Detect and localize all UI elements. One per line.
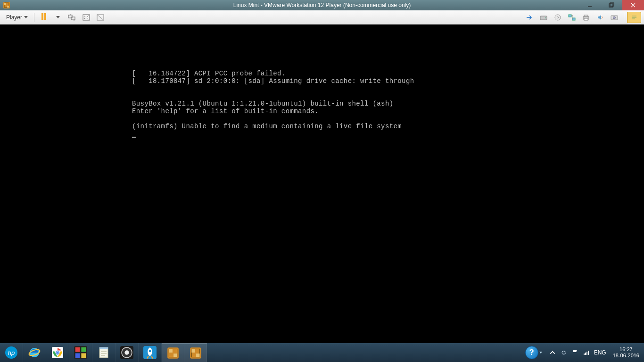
tray-clock[interactable]: 16:27 18-06-2016	[610, 346, 642, 359]
connect-arrow-icon[interactable]	[523, 12, 536, 23]
svg-text:hp: hp	[8, 349, 15, 356]
window-title: Linux Mint - VMware Workstation 12 Playe…	[0, 2, 644, 8]
help-icon: ?	[525, 346, 538, 359]
console-line: BusyBox v1.21.1 (Ubuntu 1:1.21.0-1ubuntu…	[132, 100, 394, 107]
svg-point-24	[613, 16, 616, 19]
vmware-app-icon	[2, 0, 11, 10]
svg-rect-5	[609, 4, 613, 7]
svg-rect-22	[584, 18, 588, 20]
svg-point-48	[149, 350, 151, 353]
svg-rect-37	[75, 347, 80, 352]
svg-rect-55	[191, 349, 195, 353]
svg-point-36	[56, 351, 58, 354]
svg-rect-38	[81, 347, 86, 352]
power-menu-dropdown[interactable]	[51, 12, 65, 23]
svg-rect-3	[7, 6, 9, 8]
sound-icon[interactable]	[594, 12, 607, 23]
svg-rect-58	[585, 353, 586, 355]
svg-rect-39	[75, 353, 80, 358]
send-ctrl-alt-del-button[interactable]	[66, 12, 79, 23]
svg-rect-59	[586, 352, 587, 355]
tray-flag-icon[interactable]	[571, 349, 579, 356]
svg-rect-60	[588, 351, 589, 355]
help-button[interactable]: ?	[525, 346, 542, 359]
unity-button[interactable]	[94, 12, 107, 23]
taskbar-vmware-icon[interactable]	[162, 343, 184, 362]
window-controls	[579, 0, 644, 10]
svg-rect-10	[71, 17, 75, 20]
system-tray: ? ENG 16:27 18-06-2016	[525, 343, 644, 362]
tray-sync-icon[interactable]	[560, 349, 568, 356]
windows-taskbar: hp ?	[0, 343, 644, 362]
svg-rect-40	[81, 353, 86, 358]
titlebar: Linux Mint - VMware Workstation 12 Playe…	[0, 0, 644, 10]
hard-disk-icon[interactable]	[537, 12, 550, 23]
toolbar-separator	[34, 13, 34, 22]
console-line: Enter 'help' for a list of built-in comm…	[132, 107, 319, 115]
camera-icon[interactable]	[608, 12, 621, 23]
svg-point-47	[124, 350, 129, 354]
message-log-icon[interactable]	[627, 12, 641, 23]
console-line: [ 16.184722] ACPI PCC probe failed.	[132, 70, 286, 77]
taskbar-notepad-icon[interactable]	[92, 343, 116, 362]
dropdown-caret-icon	[24, 16, 28, 18]
taskbar-camera-icon[interactable]	[116, 343, 139, 362]
vmware-toolbar: PPlayerlayer	[0, 10, 644, 25]
console-line: [ 18.170847] sd 2:0:0:0: [sda] Assuming …	[132, 77, 414, 85]
minimize-button[interactable]	[579, 0, 601, 10]
taskbar-rocket-icon[interactable]	[139, 343, 162, 362]
svg-point-15	[545, 17, 546, 18]
svg-point-17	[557, 16, 559, 18]
svg-rect-52	[173, 354, 177, 357]
console-cursor	[132, 137, 136, 138]
console-line: (initramfs) Unable to find a medium cont…	[132, 123, 402, 130]
toolbar-separator	[624, 13, 624, 22]
network-adapter-icon[interactable]	[565, 12, 578, 23]
printer-icon[interactable]	[579, 12, 593, 23]
svg-rect-42	[99, 347, 108, 349]
svg-rect-21	[584, 15, 588, 16]
cd-dvd-icon[interactable]	[551, 12, 564, 23]
console-output: [ 16.184722] ACPI PCC probe failed. [ 18…	[0, 40, 644, 138]
taskbar-vmware-player-icon[interactable]	[184, 343, 207, 362]
tray-time: 16:27	[613, 346, 639, 353]
maximize-button[interactable]	[601, 0, 622, 10]
svg-rect-56	[196, 354, 200, 357]
vm-console-viewport[interactable]: [ 16.184722] ACPI PCC probe failed. [ 18…	[0, 25, 644, 343]
show-hidden-icons-button[interactable]	[549, 349, 556, 356]
svg-rect-57	[584, 354, 585, 355]
taskbar-items: hp	[0, 343, 207, 362]
svg-rect-11	[83, 15, 90, 20]
taskbar-chrome-icon[interactable]	[46, 343, 69, 362]
tray-date: 18-06-2016	[613, 353, 639, 359]
dropdown-caret-icon	[539, 352, 542, 354]
svg-rect-51	[169, 349, 173, 353]
pause-button[interactable]	[37, 12, 50, 23]
svg-line-13	[97, 15, 104, 20]
svg-rect-9	[68, 15, 72, 18]
close-button[interactable]	[622, 0, 644, 10]
taskbar-puzzle-icon[interactable]	[69, 343, 92, 362]
player-menu-button[interactable]: PPlayerlayer	[3, 12, 31, 23]
svg-rect-18	[569, 15, 571, 17]
svg-rect-6	[610, 3, 614, 6]
tray-language[interactable]: ENG	[594, 349, 606, 356]
taskbar-ie-icon[interactable]	[23, 343, 46, 362]
fullscreen-button[interactable]	[80, 12, 93, 23]
taskbar-hp-icon[interactable]: hp	[0, 343, 23, 362]
svg-rect-2	[4, 3, 6, 5]
tray-network-icon[interactable]	[583, 349, 590, 356]
